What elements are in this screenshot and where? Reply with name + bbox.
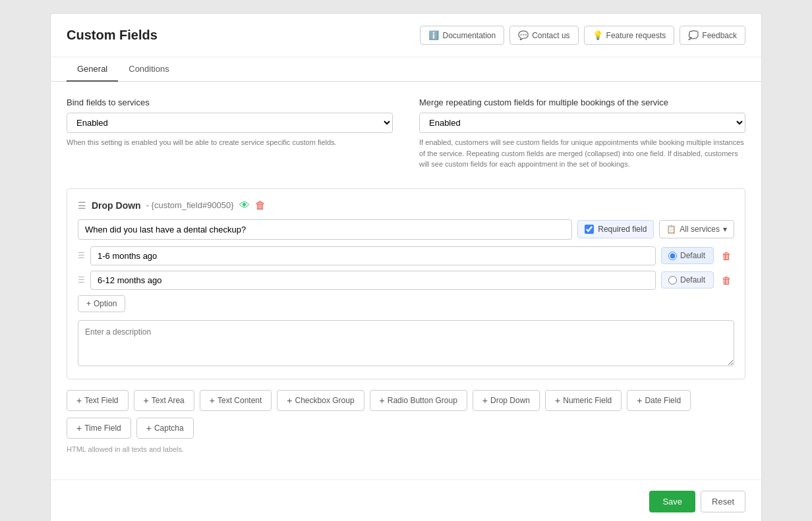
merge-fields-col: Merge repeating custom fields for multip… [419, 97, 745, 170]
option-drag-icon-2[interactable]: ☰ [78, 275, 85, 285]
default-label-2: Default [680, 275, 705, 285]
add-time-field-button[interactable]: + Time Field [67, 418, 131, 439]
merge-fields-label: Merge repeating custom fields for multip… [419, 97, 745, 107]
chat-icon: 💬 [518, 30, 529, 40]
feedback-button[interactable]: 💭 Feedback [680, 26, 745, 45]
feature-requests-button[interactable]: 💡 Feature requests [584, 26, 675, 45]
footer-row: Save Reset [51, 480, 761, 522]
required-field-wrap: Required field [577, 220, 654, 238]
tab-general[interactable]: General [67, 57, 118, 82]
field-header: ☰ Drop Down - {custom_field#90050} 👁 🗑 [78, 200, 734, 211]
default-radio-wrap-2: Default [661, 271, 714, 288]
plus-icon: + [380, 395, 385, 406]
add-field-buttons-row2: + Time Field + Captcha [67, 418, 745, 439]
option-delete-1[interactable]: 🗑 [719, 249, 734, 263]
bind-fields-col: Bind fields to services Enabled Disabled… [67, 97, 393, 170]
default-radio-wrap-1: Default [661, 247, 714, 264]
content: Bind fields to services Enabled Disabled… [51, 82, 761, 469]
add-checkbox-group-button[interactable]: + Checkbox Group [277, 390, 364, 411]
add-date-field-button[interactable]: + Date Field [627, 390, 691, 411]
plus-icon: + [76, 423, 82, 433]
lightbulb-icon: 💡 [593, 30, 603, 40]
plus-icon: + [144, 395, 149, 406]
plus-icon: + [76, 395, 82, 406]
chevron-down-icon: ▾ [723, 225, 727, 234]
html-note: HTML allowed in all texts and labels. [67, 445, 745, 453]
plus-icon: + [637, 395, 642, 406]
documentation-button[interactable]: ℹ️ Documentation [420, 26, 504, 45]
add-text-content-button[interactable]: + Text Content [200, 390, 272, 411]
required-label: Required field [598, 225, 647, 234]
add-dropdown-button[interactable]: + Drop Down [473, 390, 540, 411]
default-label-1: Default [680, 251, 705, 260]
field-delete-icon[interactable]: 🗑 [255, 200, 266, 211]
option-input-1[interactable] [90, 246, 656, 265]
plus-icon: + [146, 423, 152, 433]
info-icon: ℹ️ [428, 30, 439, 40]
feedback-icon: 💭 [688, 30, 699, 40]
default-radio-1[interactable] [668, 252, 677, 260]
plus-icon: + [210, 395, 215, 406]
add-text-field-button[interactable]: + Text Field [67, 390, 129, 411]
option-input-2[interactable] [90, 271, 656, 290]
option-drag-icon-1[interactable]: ☰ [78, 251, 85, 260]
settings-row: Bind fields to services Enabled Disabled… [67, 97, 745, 170]
merge-fields-hint: If enabled, customers will see custom fi… [419, 137, 745, 170]
add-numeric-field-button[interactable]: + Numeric Field [545, 390, 622, 411]
bind-fields-hint: When this setting is enabled you will be… [67, 137, 393, 148]
calendar-icon: 📋 [666, 225, 676, 234]
all-services-button[interactable]: 📋 All services ▾ [659, 220, 734, 238]
tabs: General Conditions [51, 57, 761, 82]
add-radio-group-button[interactable]: + Radio Button Group [370, 390, 467, 411]
tab-conditions[interactable]: Conditions [118, 57, 179, 82]
header: Custom Fields ℹ️ Documentation 💬 Contact… [51, 14, 761, 57]
reset-button[interactable]: Reset [701, 491, 745, 512]
main-container: Custom Fields ℹ️ Documentation 💬 Contact… [50, 13, 762, 521]
required-checkbox[interactable] [585, 225, 594, 234]
add-field-buttons: + Text Field + Text Area + Text Content … [67, 390, 745, 411]
field-block: ☰ Drop Down - {custom_field#90050} 👁 🗑 R… [67, 188, 745, 379]
field-input-row: Required field 📋 All services ▾ [78, 219, 734, 240]
merge-fields-select[interactable]: Enabled Disabled [419, 113, 745, 133]
bind-fields-select[interactable]: Enabled Disabled [67, 113, 393, 133]
save-button[interactable]: Save [649, 491, 695, 512]
plus-icon: + [555, 395, 560, 406]
plus-icon: + [86, 299, 91, 308]
header-buttons: ℹ️ Documentation 💬 Contact us 💡 Feature … [420, 26, 745, 45]
drag-handle-icon[interactable]: ☰ [78, 200, 86, 211]
bind-fields-label: Bind fields to services [67, 97, 393, 107]
page-title: Custom Fields [67, 28, 158, 43]
option-row-2: ☰ Default 🗑 [78, 271, 734, 290]
default-radio-2[interactable] [668, 276, 677, 285]
description-textarea[interactable] [78, 320, 734, 366]
field-id: - {custom_field#90050} [146, 200, 234, 210]
plus-icon: + [482, 395, 488, 406]
field-view-icon[interactable]: 👁 [239, 200, 250, 211]
add-captcha-button[interactable]: + Captcha [136, 418, 194, 439]
plus-icon: + [287, 395, 292, 406]
field-question-input[interactable] [78, 219, 572, 240]
contact-button[interactable]: 💬 Contact us [509, 26, 578, 45]
option-row-1: ☰ Default 🗑 [78, 246, 734, 265]
add-text-area-button[interactable]: + Text Area [134, 390, 194, 411]
add-option-button[interactable]: + Option [78, 295, 125, 312]
option-delete-2[interactable]: 🗑 [719, 273, 734, 287]
field-type-label: Drop Down [92, 200, 141, 211]
